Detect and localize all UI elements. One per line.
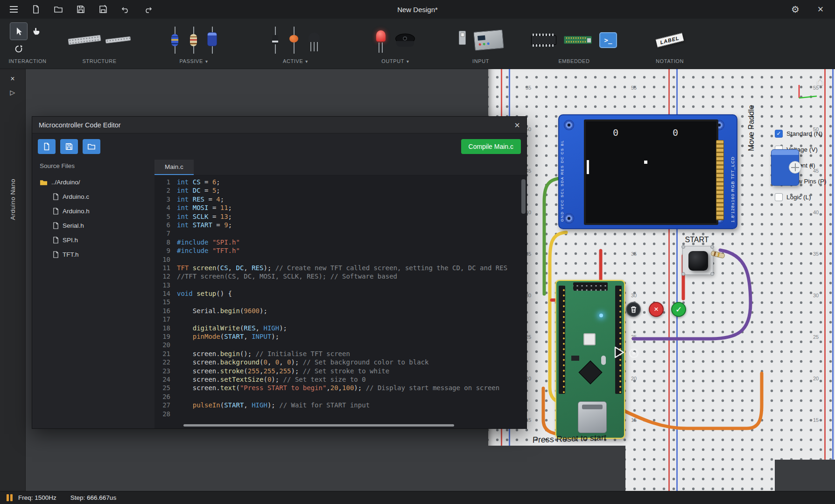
component-palette: INTERACTION STRUCTURE PASSIVE▾: [0, 19, 835, 69]
open-folder-icon[interactable]: [52, 3, 64, 15]
palette-item-led[interactable]: [375, 27, 387, 54]
status-freq: Freq: 1500Hz: [18, 494, 56, 501]
view-option-standard-n-[interactable]: ✓Standard (N): [775, 129, 827, 138]
editor-save-button[interactable]: [60, 139, 78, 154]
folder-row[interactable]: ../Arduino/: [32, 175, 154, 189]
settings-gear-icon[interactable]: ⚙: [789, 3, 801, 15]
file-row[interactable]: SPI.h: [32, 233, 154, 247]
reset-button[interactable]: [583, 333, 596, 345]
code-line: 16 Serial.begin(9600);: [154, 307, 526, 315]
mcu-chip: [579, 361, 603, 385]
new-file-icon[interactable]: [30, 3, 42, 15]
palette-item-resistor-blue[interactable]: [169, 27, 181, 54]
save-icon[interactable]: [75, 3, 87, 15]
vertical-scrollbar[interactable]: [521, 179, 526, 214]
run-mcu-icon[interactable]: [613, 345, 626, 359]
checkbox-checked[interactable]: ✓: [775, 130, 783, 138]
menu-icon[interactable]: [7, 3, 20, 15]
start-pushbutton[interactable]: [682, 246, 713, 275]
move-paddle-label[interactable]: Move Paddle: [747, 78, 756, 151]
palette-section-passive: PASSIVE▾: [144, 19, 244, 69]
view-option-label: Logic (L): [786, 194, 811, 201]
cursor-tool[interactable]: [10, 23, 27, 40]
sidebar-close-icon[interactable]: ×: [0, 75, 25, 83]
code-line: 20: [154, 341, 526, 350]
palette-item-arduino-nano[interactable]: [564, 36, 592, 44]
cancel-button[interactable]: ×: [649, 302, 664, 317]
pong-score-left: 0: [613, 127, 618, 138]
ruler-number: 25: [813, 334, 819, 340]
code-line: 18 digitalWrite(RES, HIGH);: [154, 324, 526, 333]
tft-pin-labels: GND VCC SCL SDA RES DC CS BL: [560, 124, 564, 222]
code-line: 6int START = 9;: [154, 221, 526, 230]
potentiometer-knob[interactable]: [789, 161, 801, 174]
pause-icon[interactable]: [7, 494, 13, 501]
palette-label-active[interactable]: ACTIVE▾: [283, 58, 308, 67]
breadboard-ruler-left: 555045403530252015: [526, 69, 536, 491]
palette-item-power-supply[interactable]: [473, 29, 504, 50]
palette-item-buzzer[interactable]: [394, 31, 416, 49]
ruler-number: 55: [631, 85, 637, 91]
file-row[interactable]: Arduino.h: [32, 204, 154, 218]
potentiometer[interactable]: [771, 149, 799, 186]
code-line: 19 pinMode(START, INPUT);: [154, 333, 526, 341]
ruler-number: 30: [813, 293, 819, 298]
usb-connector: [578, 401, 607, 433]
palette-item-resistor-beige[interactable]: [188, 27, 199, 54]
code-line: 28: [154, 410, 526, 419]
file-row[interactable]: Serial.h: [32, 218, 154, 233]
code-line: 4int MOSI = 11;: [154, 204, 526, 212]
file-row[interactable]: Arduino.c: [32, 189, 154, 204]
oscillator: [601, 356, 606, 365]
undo-icon[interactable]: [119, 3, 132, 15]
file-row[interactable]: TFT.h: [32, 247, 154, 262]
palette-item-label[interactable]: LABEL: [656, 33, 684, 47]
editor-titlebar[interactable]: Microcontroller Code Editor ×: [32, 117, 526, 133]
palette-item-capacitor[interactable]: [207, 27, 218, 54]
palette-label-interaction: INTERACTION: [8, 58, 46, 67]
redo-icon[interactable]: [142, 3, 154, 15]
code-area[interactable]: 1int CS = 6;2int DC = 5;3int RES = 4;4in…: [154, 175, 526, 428]
palette-item-switch[interactable]: [458, 28, 467, 52]
tab-main-c[interactable]: Main.c: [154, 160, 194, 175]
code-line: 27 pulseIn(START, HIGH); // Wait for STA…: [154, 401, 526, 410]
pushbutton-cap[interactable]: [688, 251, 708, 271]
editor-close-icon[interactable]: ×: [514, 120, 520, 130]
save-as-icon[interactable]: [97, 3, 109, 15]
status-step: Step: 666.667us: [70, 494, 116, 501]
horizontal-scrollbar[interactable]: [183, 424, 454, 427]
palette-item-microcontroller-terminal[interactable]: >_: [599, 32, 617, 48]
hand-tool[interactable]: [28, 23, 45, 40]
ruler-number: 35: [813, 251, 819, 257]
checkbox-unchecked[interactable]: [775, 193, 783, 201]
code-line: 9#include "TFT.h": [154, 247, 526, 255]
compile-button[interactable]: Compile Main.c: [461, 139, 521, 154]
palette-label-output[interactable]: OUTPUT▾: [381, 58, 409, 67]
ruler-number: 20: [813, 376, 819, 381]
palette-item-thermistor[interactable]: [288, 27, 300, 54]
tft-lcd-module[interactable]: GND VCC SCL SDA RES DC CS BL 0 0 1.8'128…: [558, 114, 737, 229]
arduino-nano-board[interactable]: [556, 281, 624, 438]
titlebar: New Design* ⚙ ×: [0, 0, 835, 19]
code-line: 13: [154, 281, 526, 290]
editor-new-file-button[interactable]: [38, 139, 56, 154]
home-view-icon[interactable]: ⌂: [816, 74, 824, 88]
loop-select-tool[interactable]: [10, 41, 27, 57]
record-icon[interactable]: [628, 347, 640, 359]
app-close-icon[interactable]: ×: [814, 3, 827, 15]
app-root: New Design* ⚙ × INTE: [0, 0, 835, 504]
editor-open-button[interactable]: [83, 139, 100, 154]
palette-item-breadboard-large[interactable]: [68, 35, 101, 45]
palette-label-passive[interactable]: PASSIVE▾: [179, 58, 208, 67]
confirm-button[interactable]: ✓: [671, 302, 686, 317]
palette-item-diode[interactable]: [270, 27, 281, 54]
palette-item-ic-chip[interactable]: [531, 35, 556, 45]
file-icon: [53, 222, 59, 229]
sidebar-play-icon[interactable]: ▷: [0, 89, 25, 96]
start-button-label[interactable]: START: [678, 236, 716, 244]
delete-component-button[interactable]: [626, 302, 641, 317]
palette-item-breadboard-small[interactable]: [105, 36, 131, 44]
palette-item-transistor[interactable]: [307, 27, 321, 53]
code-editor-window: Microcontroller Code Editor × Compile Ma…: [32, 116, 527, 429]
view-option-logic-l-[interactable]: Logic (L): [775, 192, 827, 202]
